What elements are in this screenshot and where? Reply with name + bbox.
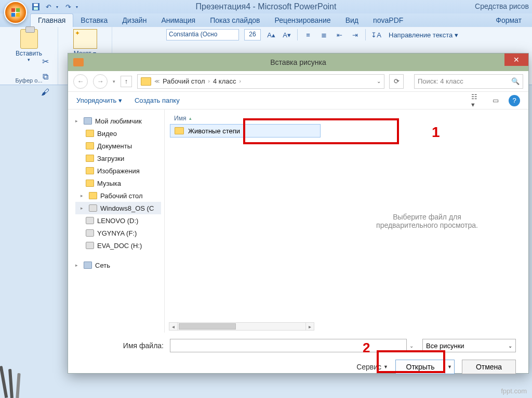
text-direction-icon[interactable]: ↧A xyxy=(371,30,381,40)
dialog-toolbar: Упорядочить ▾ Создать папку ☷ ▾ ▭ ? xyxy=(68,92,528,109)
chevron-down-icon: ⌄ xyxy=(508,343,512,349)
history-dropdown-icon[interactable]: ▾ xyxy=(113,79,115,84)
text-direction-button[interactable]: Направление текста ▾ xyxy=(387,30,460,40)
disk-icon xyxy=(86,242,94,249)
numbering-icon[interactable]: ≣ xyxy=(318,30,329,40)
organize-button[interactable]: Упорядочить ▾ xyxy=(76,97,122,104)
quick-access-toolbar: ↶▾ ↷ ▾ Презентация4 - Microsoft PowerPoi… xyxy=(0,0,532,13)
search-input[interactable]: Поиск: 4 класс 🔍 xyxy=(414,74,523,89)
tab-review[interactable]: Рецензирование xyxy=(268,14,338,27)
tree-documents[interactable]: Документы xyxy=(75,140,161,152)
bullets-icon[interactable]: ≡ xyxy=(303,30,313,40)
tree-network[interactable]: ▸Сеть xyxy=(75,259,161,271)
office-button[interactable] xyxy=(4,1,27,24)
filename-input[interactable] xyxy=(170,339,407,352)
dialog-body: ▸Мой любимчик Видео Документы Загрузки И… xyxy=(68,109,528,333)
context-tools-label: Средства рисов xyxy=(475,2,529,10)
chevron-down-icon: ▼ xyxy=(383,364,388,369)
folder-tree[interactable]: ▸Мой любимчик Видео Документы Загрузки И… xyxy=(68,109,165,333)
nav-up-button[interactable]: ↑ xyxy=(121,76,132,87)
copy-icon[interactable]: ⧉ xyxy=(41,73,50,81)
disk-icon xyxy=(89,204,97,212)
breadcrumb-4class[interactable]: 4 класс xyxy=(213,77,236,85)
file-type-filter[interactable]: Все рисунки ⌄ xyxy=(422,339,516,352)
paste-button[interactable]: Вставить ▾ xyxy=(16,29,42,62)
paste-label: Вставить xyxy=(16,50,42,57)
tree-windows8[interactable]: ▸Windows8_OS (C xyxy=(75,202,161,214)
tree-desktop[interactable]: ▸Рабочий стол xyxy=(75,189,161,202)
format-painter-icon[interactable]: 🖌 xyxy=(41,88,50,97)
svg-rect-2 xyxy=(11,13,15,17)
insert-picture-dialog: Вставка рисунка ✕ ← → ▾ ↑ ≪ Рабочий стол… xyxy=(68,53,529,374)
column-header-name[interactable]: Имя ▴ xyxy=(170,113,321,124)
list-item[interactable]: Животные степи xyxy=(170,124,321,138)
cut-icon[interactable]: ✂ xyxy=(41,57,50,65)
new-folder-button[interactable]: Создать папку xyxy=(135,97,180,104)
tree-favorites[interactable]: ▸Мой любимчик xyxy=(75,115,161,127)
preview-pane-icon[interactable]: ▭ xyxy=(490,95,501,106)
dialog-nav: ← → ▾ ↑ ≪ Рабочий стол › 4 класс › ⌄ ⟳ П… xyxy=(68,71,528,92)
dialog-title: Вставка рисунка xyxy=(68,58,528,66)
folder-icon xyxy=(86,155,94,162)
indent-right-icon[interactable]: ⇥ xyxy=(350,30,360,40)
folder-icon xyxy=(86,180,94,187)
clipboard-icon xyxy=(20,29,38,49)
filename-label: Имя файла: xyxy=(81,341,164,350)
folder-icon xyxy=(141,77,151,86)
separator xyxy=(365,29,366,40)
tree-ygynya[interactable]: YGYNYA (F:) xyxy=(75,227,161,239)
open-button[interactable]: Открыть ▼ xyxy=(395,360,455,374)
folder-icon xyxy=(86,142,94,149)
clipboard-group-label: Буфер о... xyxy=(16,77,43,84)
address-dropdown-icon[interactable]: ⌄ xyxy=(377,78,381,84)
folder-icon xyxy=(89,192,97,199)
grow-font-icon[interactable]: A▴ xyxy=(266,30,276,40)
font-size-combo[interactable]: 26 xyxy=(244,29,261,40)
filename-dropdown-icon[interactable]: ⌄ xyxy=(407,343,416,349)
dialog-titlebar[interactable]: Вставка рисунка ✕ xyxy=(68,53,528,71)
scroll-thumb[interactable] xyxy=(179,323,236,330)
tab-design[interactable]: Дизайн xyxy=(115,14,154,27)
shrink-font-icon[interactable]: A▾ xyxy=(282,30,292,40)
tree-lenovo[interactable]: LENOVO (D:) xyxy=(75,214,161,227)
tab-home[interactable]: Главная xyxy=(30,13,73,27)
breadcrumb-desktop[interactable]: Рабочий стол xyxy=(163,77,205,85)
nav-back-button[interactable]: ← xyxy=(73,74,88,89)
file-list[interactable]: Имя ▴ Животные степи ◂ ▸ xyxy=(165,109,326,333)
pencils-decoration xyxy=(0,362,31,398)
tree-music[interactable]: Музыка xyxy=(75,177,161,189)
tab-novapdf[interactable]: novaPDF xyxy=(366,14,410,27)
disk-icon xyxy=(86,217,94,224)
search-icon: 🔍 xyxy=(511,77,520,85)
tab-animation[interactable]: Анимация xyxy=(154,14,203,27)
tools-button[interactable]: Сервис▼ xyxy=(356,363,388,371)
view-details-icon[interactable]: ☷ ▾ xyxy=(471,95,483,106)
tab-format[interactable]: Формат xyxy=(488,14,529,27)
window-title: Презентация4 - Microsoft PowerPoint xyxy=(0,2,532,11)
scroll-left-icon[interactable]: ◂ xyxy=(169,323,178,330)
tab-view[interactable]: Вид xyxy=(338,14,366,27)
open-split-dropdown[interactable]: ▼ xyxy=(445,360,454,374)
address-bar[interactable]: ≪ Рабочий стол › 4 класс › ⌄ xyxy=(137,74,384,89)
horizontal-scrollbar[interactable]: ◂ ▸ xyxy=(169,322,314,331)
network-icon xyxy=(84,262,92,269)
disk-icon xyxy=(86,229,94,237)
preview-placeholder: Выберите файл для предварительного просм… xyxy=(365,213,489,229)
indent-left-icon[interactable]: ⇤ xyxy=(334,30,344,40)
tree-video[interactable]: Видео xyxy=(75,127,161,140)
nav-forward-button[interactable]: → xyxy=(93,74,108,89)
tab-insert[interactable]: Вставка xyxy=(73,14,115,27)
chevron-right-icon: › xyxy=(239,78,241,84)
close-button[interactable]: ✕ xyxy=(504,53,528,66)
tree-images[interactable]: Изображения xyxy=(75,164,161,177)
refresh-button[interactable]: ⟳ xyxy=(389,74,404,89)
folder-icon xyxy=(86,130,94,137)
tree-evadoc[interactable]: EVA_DOC (H:) xyxy=(75,239,161,252)
scroll-right-icon[interactable]: ▸ xyxy=(305,323,314,330)
font-name-combo[interactable]: Constantia (Осно xyxy=(166,29,239,40)
new-slide-icon[interactable] xyxy=(73,29,97,49)
help-icon[interactable]: ? xyxy=(509,95,520,106)
tree-downloads[interactable]: Загрузки xyxy=(75,152,161,164)
tab-slideshow[interactable]: Показ слайдов xyxy=(203,14,267,27)
cancel-button[interactable]: Отмена xyxy=(462,360,516,374)
